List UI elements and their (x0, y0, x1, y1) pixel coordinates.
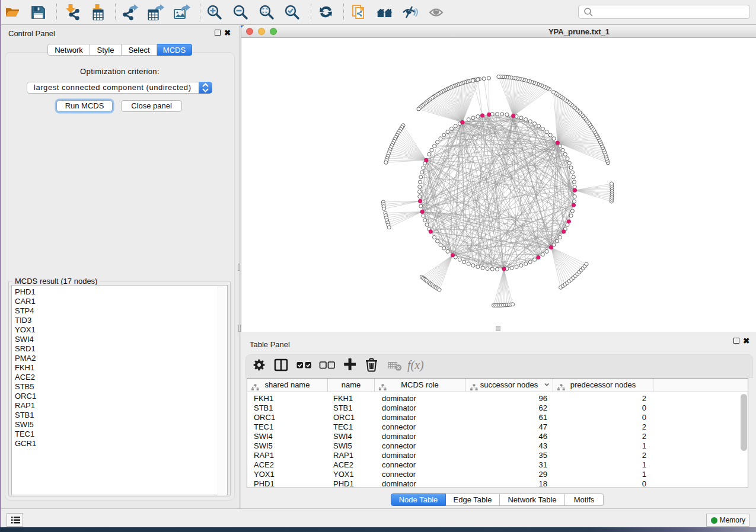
svg-text:f(x): f(x) (407, 358, 424, 372)
